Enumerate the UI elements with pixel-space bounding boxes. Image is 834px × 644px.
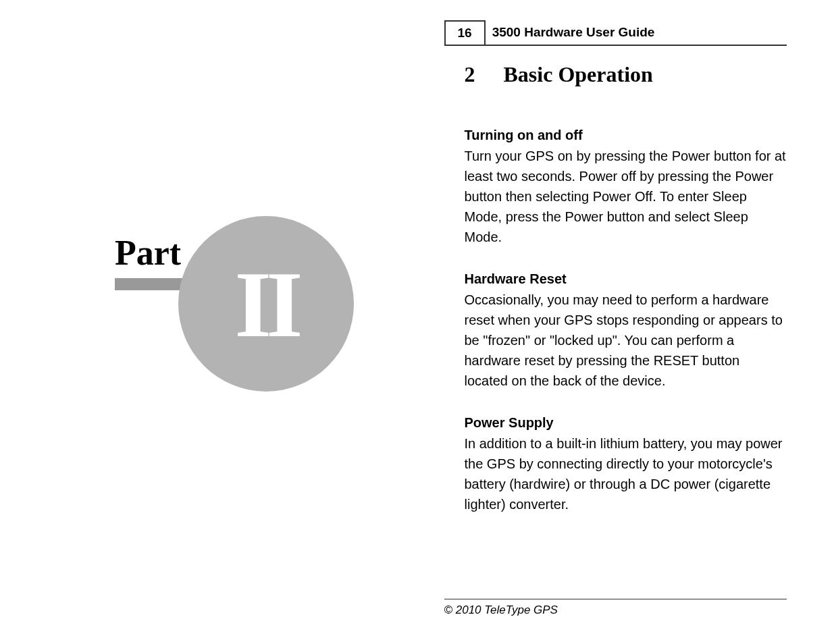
part-roman-numeral: II — [235, 250, 298, 358]
part-bar-decor — [115, 278, 189, 290]
chapter-number: 2 — [465, 62, 498, 87]
document-title: 3500 Hardware User Guide — [486, 20, 662, 45]
content-body: Turning on and off Turn your GPS on by p… — [444, 128, 787, 514]
part-label: Part — [115, 233, 181, 273]
page-footer: © 2010 TeleType GPS — [444, 599, 787, 617]
section: Power Supply In addition to a built-in l… — [465, 415, 787, 514]
chapter-heading: 2 Basic Operation — [465, 62, 787, 87]
part-circle: II — [178, 216, 354, 392]
section-body: Turn your GPS on by pressing the Power b… — [465, 146, 787, 247]
section-title: Hardware Reset — [465, 271, 787, 287]
left-page: Part II — [0, 0, 417, 644]
section: Turning on and off Turn your GPS on by p… — [465, 128, 787, 247]
section: Hardware Reset Occasionally, you may nee… — [465, 271, 787, 391]
copyright-text: © 2010 TeleType GPS — [444, 603, 558, 616]
right-page: 16 3500 Hardware User Guide 2 Basic Oper… — [417, 0, 835, 644]
page-number: 16 — [444, 20, 486, 45]
chapter-title: Basic Operation — [504, 62, 653, 86]
section-title: Power Supply — [465, 415, 787, 431]
section-title: Turning on and off — [465, 128, 787, 143]
section-body: Occasionally, you may need to perform a … — [465, 290, 787, 391]
page-header: 16 3500 Hardware User Guide — [444, 20, 787, 46]
section-body: In addition to a built-in lithium batter… — [465, 433, 787, 514]
